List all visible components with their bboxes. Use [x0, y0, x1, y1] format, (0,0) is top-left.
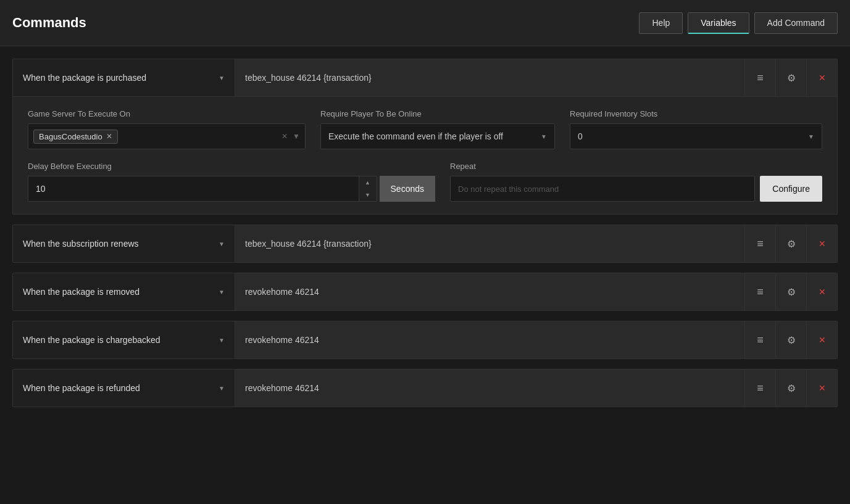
command-value-removed: revokehome 46214	[235, 273, 744, 310]
game-server-group: Game Server To Execute On BagusCodestudi…	[28, 109, 306, 149]
command-block-renews: When the subscription renews ▼ tebex_hou…	[12, 225, 838, 263]
gear-icon-renews	[787, 238, 796, 250]
close-icon-purchased	[819, 72, 826, 83]
inv-slots-chevron: ▼	[808, 133, 814, 140]
command-value-chargebacked: revokehome 46214	[235, 321, 744, 358]
close-icon-refunded	[819, 382, 826, 394]
command-actions-removed	[744, 273, 837, 310]
tag-text: BagusCodestudio	[39, 132, 102, 141]
inv-slots-select[interactable]: 0 ▼	[570, 123, 822, 149]
top-bar: Commands Help Variables Add Command	[0, 0, 850, 46]
chevron-down-icon-purchased: ▼	[219, 75, 225, 81]
repeat-group: Repeat Do not repeat this command Config…	[450, 162, 822, 202]
repeat-control: Do not repeat this command	[450, 176, 755, 202]
command-header-removed: When the package is removed ▼ revokehome…	[13, 273, 837, 310]
add-command-button[interactable]: Add Command	[754, 12, 838, 34]
hamburger-icon-purchased	[757, 72, 764, 85]
command-block-purchased: When the package is purchased ▼ tebex_ho…	[12, 59, 838, 215]
tag-remove-icon[interactable]: ✕	[106, 132, 112, 141]
command-trigger-purchased[interactable]: When the package is purchased ▼	[13, 59, 235, 96]
require-player-label: Require Player To Be Online	[320, 109, 555, 118]
variables-button[interactable]: Variables	[688, 12, 749, 34]
gear-button-purchased[interactable]	[775, 59, 806, 96]
command-trigger-refunded[interactable]: When the package is refunded ▼	[13, 370, 235, 407]
gear-button-renews[interactable]	[775, 225, 806, 262]
hamburger-button-purchased[interactable]	[744, 59, 775, 96]
command-header-renews: When the subscription renews ▼ tebex_hou…	[13, 225, 837, 262]
dropdown-arrow-icon[interactable]: ▼	[293, 132, 300, 141]
command-actions-purchased	[744, 59, 837, 96]
delete-button-refunded[interactable]	[806, 370, 837, 407]
server-control-arrows: ✕ ▼	[281, 132, 300, 141]
command-header-refunded: When the package is refunded ▼ revokehom…	[13, 370, 837, 407]
game-server-label: Game Server To Execute On	[28, 109, 306, 118]
inv-slots-group: Required Inventory Slots 0 ▼	[570, 109, 822, 149]
gear-icon-chargebacked	[787, 334, 796, 346]
gear-button-chargebacked[interactable]	[775, 321, 806, 358]
delete-button-purchased[interactable]	[806, 59, 837, 96]
configure-button[interactable]: Configure	[760, 176, 822, 202]
gear-icon-removed	[787, 286, 796, 298]
gear-button-removed[interactable]	[775, 273, 806, 310]
delay-input-wrap: ▲ ▼	[28, 176, 377, 202]
command-trigger-label-refunded: When the package is refunded	[23, 383, 214, 393]
delete-button-removed[interactable]	[806, 273, 837, 310]
clear-icon[interactable]: ✕	[281, 132, 288, 141]
delay-label: Delay Before Executing	[28, 162, 435, 171]
close-icon-chargebacked	[819, 334, 826, 345]
command-trigger-removed[interactable]: When the package is removed ▼	[13, 273, 235, 310]
require-player-chevron: ▼	[541, 133, 547, 140]
repeat-placeholder: Do not repeat this command	[458, 184, 747, 194]
require-player-group: Require Player To Be Online Execute the …	[320, 109, 555, 149]
delay-spinners: ▲ ▼	[359, 176, 377, 201]
chevron-down-icon-chargebacked: ▼	[219, 337, 225, 344]
command-value-purchased: tebex_house 46214 {transaction}	[235, 59, 744, 96]
command-trigger-chargebacked[interactable]: When the package is chargebacked ▼	[13, 321, 235, 358]
command-value-refunded: revokehome 46214	[235, 370, 744, 407]
require-player-select[interactable]: Execute the command even if the player i…	[320, 123, 555, 149]
repeat-label: Repeat	[450, 162, 822, 171]
command-trigger-label-removed: When the package is removed	[23, 287, 214, 297]
command-block-refunded: When the package is refunded ▼ revokehom…	[12, 369, 838, 407]
hamburger-button-refunded[interactable]	[744, 370, 775, 407]
hamburger-icon-renews	[757, 238, 764, 250]
chevron-down-icon-renews: ▼	[219, 241, 225, 247]
delete-button-renews[interactable]	[806, 225, 837, 262]
delete-button-chargebacked[interactable]	[806, 321, 837, 358]
hamburger-button-chargebacked[interactable]	[744, 321, 775, 358]
spinner-up[interactable]: ▲	[359, 176, 377, 189]
command-header-purchased: When the package is purchased ▼ tebex_ho…	[13, 59, 837, 96]
delay-input[interactable]	[28, 184, 359, 194]
hamburger-button-removed[interactable]	[744, 273, 775, 310]
chevron-down-icon-refunded: ▼	[219, 385, 225, 392]
details-first-row: Game Server To Execute On BagusCodestudi…	[28, 109, 822, 149]
spinner-down[interactable]: ▼	[359, 189, 377, 201]
command-value-renews: tebex_house 46214 {transaction}	[235, 225, 744, 262]
close-icon-removed	[819, 286, 826, 297]
seconds-button[interactable]: Seconds	[380, 176, 435, 202]
help-button[interactable]: Help	[639, 12, 683, 34]
delay-group: Delay Before Executing ▲ ▼ Seconds	[28, 162, 435, 202]
hamburger-icon-removed	[757, 286, 764, 299]
command-actions-refunded	[744, 370, 837, 407]
command-trigger-renews[interactable]: When the subscription renews ▼	[13, 225, 235, 262]
command-trigger-label-chargebacked: When the package is chargebacked	[23, 335, 214, 345]
hamburger-icon-refunded	[757, 382, 764, 395]
content-area: When the package is purchased ▼ tebex_ho…	[0, 46, 850, 419]
command-block-removed: When the package is removed ▼ revokehome…	[12, 273, 838, 311]
command-header-chargebacked: When the package is chargebacked ▼ revok…	[13, 321, 837, 358]
command-trigger-label-renews: When the subscription renews	[23, 239, 214, 249]
hamburger-button-renews[interactable]	[744, 225, 775, 262]
gear-icon-purchased	[787, 72, 796, 84]
command-details-purchased: Game Server To Execute On BagusCodestudi…	[13, 96, 837, 214]
inv-slots-value: 0	[578, 131, 583, 141]
page-title: Commands	[12, 15, 86, 31]
close-icon-renews	[819, 238, 826, 249]
gear-button-refunded[interactable]	[775, 370, 806, 407]
details-second-row: Delay Before Executing ▲ ▼ Seconds	[28, 162, 822, 202]
command-trigger-label-purchased: When the package is purchased	[23, 73, 214, 83]
inv-slots-label: Required Inventory Slots	[570, 109, 822, 118]
game-server-control[interactable]: BagusCodestudio ✕ ✕ ▼	[28, 123, 306, 149]
top-actions: Help Variables Add Command	[639, 12, 838, 34]
chevron-down-icon-removed: ▼	[219, 289, 225, 295]
